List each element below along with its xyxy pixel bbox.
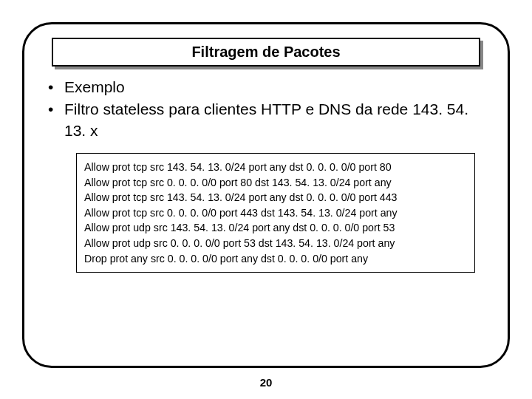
slide-title: Filtragem de Pacotes	[52, 38, 480, 66]
filter-rule: Allow prot tcp src 143. 54. 13. 0/24 por…	[84, 160, 467, 175]
title-container: Filtragem de Pacotes	[52, 38, 480, 66]
bullet-list: Exemplo Filtro stateless para clientes H…	[45, 77, 491, 141]
filter-rule: Allow prot tcp src 0. 0. 0. 0/0 port 80 …	[84, 175, 467, 191]
filter-rule: Allow prot udp src 0. 0. 0. 0/0 port 53 …	[84, 236, 467, 251]
bullet-item: Filtro stateless para clientes HTTP e DN…	[45, 99, 491, 141]
filter-rule: Allow prot tcp src 0. 0. 0. 0/0 port 443…	[84, 205, 467, 221]
filter-rule: Allow prot tcp src 143. 54. 13. 0/24 por…	[84, 190, 467, 205]
filter-rules-box: Allow prot tcp src 143. 54. 13. 0/24 por…	[76, 153, 475, 273]
filter-rule: Drop prot any src 0. 0. 0. 0/0 port any …	[84, 251, 467, 267]
slide-frame: Filtragem de Pacotes Exemplo Filtro stat…	[22, 22, 510, 368]
bullet-item: Exemplo	[45, 77, 491, 98]
filter-rule: Allow prot udp src 143. 54. 13. 0/24 por…	[84, 220, 467, 236]
page-number: 20	[0, 376, 532, 389]
